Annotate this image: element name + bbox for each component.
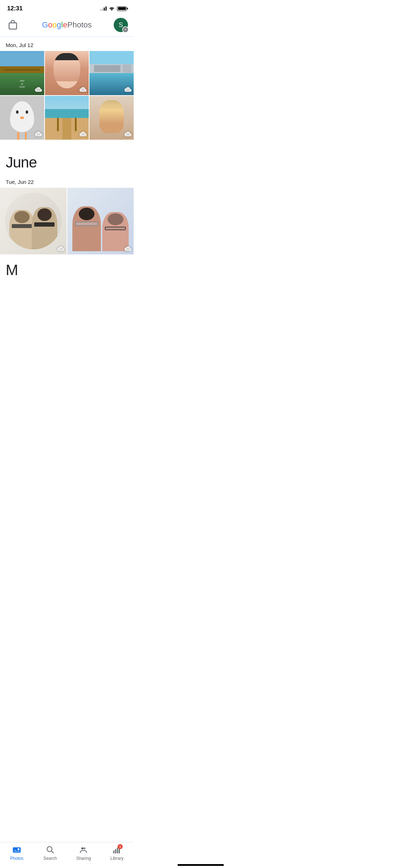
photos-title: Photos (67, 20, 92, 30)
content: Mon, Jul 12 wildatheart (0, 37, 134, 310)
bag-icon (8, 20, 18, 30)
photo-grid-june (0, 188, 134, 254)
avatar-badge (122, 26, 129, 33)
photo-cell[interactable] (0, 188, 67, 254)
photo-grid-july: wildatheart (0, 51, 134, 140)
cloud-icon (124, 130, 132, 138)
status-icons (100, 6, 127, 11)
cloud-icon (35, 130, 42, 138)
avatar[interactable]: S (114, 18, 128, 32)
status-time: 12:31 (7, 5, 22, 12)
cloud-icon (57, 245, 65, 252)
month-header-june: June (0, 140, 134, 174)
photo-cell[interactable] (89, 51, 134, 95)
svg-rect-0 (9, 23, 17, 29)
photo-cell[interactable] (67, 188, 134, 254)
status-bar: 12:31 (0, 0, 134, 15)
photo-cell[interactable] (45, 51, 89, 95)
month-header-march: M (0, 254, 134, 281)
photo-cell[interactable] (0, 96, 44, 140)
app-header: Google Photos S (0, 15, 134, 37)
photo-cell[interactable]: wildatheart (0, 51, 44, 95)
photo-cell[interactable] (89, 96, 134, 140)
date-header-june: Tue, Jun 22 (0, 174, 134, 188)
signal-icon (100, 6, 107, 11)
cloud-icon (124, 86, 132, 93)
store-bag-button[interactable] (6, 18, 20, 32)
cloud-icon (79, 130, 87, 138)
battery-icon (117, 6, 127, 11)
wifi-icon (109, 6, 115, 11)
cloud-icon (124, 245, 132, 252)
photo-cell[interactable] (45, 96, 89, 140)
app-title: Google Photos (42, 20, 92, 30)
cloud-icon (79, 86, 87, 93)
date-header-july: Mon, Jul 12 (0, 37, 134, 51)
cloud-icon (35, 86, 42, 93)
